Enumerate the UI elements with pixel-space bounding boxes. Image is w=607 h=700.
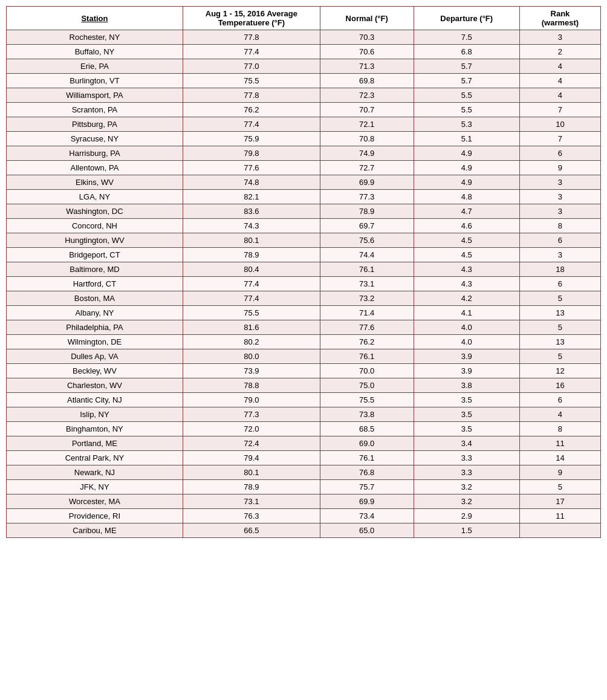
normal: 70.0 — [320, 364, 414, 378]
station-name: Hungtington, WV — [7, 233, 183, 248]
departure: 4.9 — [414, 175, 519, 190]
avg-temp: 80.4 — [183, 262, 320, 277]
avg-temp: 77.4 — [183, 117, 320, 132]
normal: 72.3 — [320, 88, 414, 103]
avg-temp: 78.9 — [183, 480, 320, 494]
normal: 76.8 — [320, 465, 414, 480]
station-name: Burlington, VT — [7, 74, 183, 88]
avg-temp: 79.0 — [183, 393, 320, 407]
departure: 1.5 — [414, 523, 519, 538]
avg-temp: 77.3 — [183, 407, 320, 422]
station-name: Scranton, PA — [7, 103, 183, 117]
normal: 75.5 — [320, 393, 414, 407]
departure: 5.5 — [414, 103, 519, 117]
station-name: Worcester, MA — [7, 494, 183, 509]
departure: 3.3 — [414, 465, 519, 480]
departure: 3.9 — [414, 364, 519, 378]
avg-temp: 82.1 — [183, 190, 320, 204]
station-name: Hartford, CT — [7, 277, 183, 291]
table-row: Allentown, PA77.672.74.99 — [7, 161, 601, 175]
station-name: Beckley, WV — [7, 364, 183, 378]
table-row: Atlantic City, NJ79.075.53.56 — [7, 393, 601, 407]
rank: 3 — [519, 190, 600, 204]
departure: 4.3 — [414, 262, 519, 277]
table-row: Islip, NY77.373.83.54 — [7, 407, 601, 422]
table-row: Bridgeport, CT78.974.44.53 — [7, 248, 601, 262]
table-row: Charleston, WV78.875.03.816 — [7, 378, 601, 393]
departure: 3.5 — [414, 407, 519, 422]
rank: 3 — [519, 248, 600, 262]
avg-temp: 77.6 — [183, 161, 320, 175]
table-row: Burlington, VT75.569.85.74 — [7, 74, 601, 88]
normal: 69.9 — [320, 175, 414, 190]
normal: 76.1 — [320, 349, 414, 364]
table-row: JFK, NY78.975.73.25 — [7, 480, 601, 494]
rank: 5 — [519, 349, 600, 364]
header-station: Station — [7, 7, 183, 30]
rank: 4 — [519, 407, 600, 422]
rank: 10 — [519, 117, 600, 132]
departure: 4.7 — [414, 204, 519, 219]
avg-temp: 76.3 — [183, 509, 320, 523]
rank: 17 — [519, 494, 600, 509]
avg-temp: 79.4 — [183, 451, 320, 465]
departure: 3.5 — [414, 422, 519, 436]
rank: 5 — [519, 291, 600, 306]
normal: 71.4 — [320, 306, 414, 320]
rank: 13 — [519, 335, 600, 349]
station-name: JFK, NY — [7, 480, 183, 494]
station-name: Washington, DC — [7, 204, 183, 219]
table-row: Newark, NJ80.176.83.39 — [7, 465, 601, 480]
avg-temp: 83.6 — [183, 204, 320, 219]
avg-temp: 73.1 — [183, 494, 320, 509]
departure: 5.7 — [414, 74, 519, 88]
rank: 11 — [519, 509, 600, 523]
normal: 71.3 — [320, 59, 414, 74]
table-header-row: Station Aug 1 - 15, 2016 AverageTemperat… — [7, 7, 601, 30]
station-name: Caribou, ME — [7, 523, 183, 538]
table-body: Rochester, NY77.870.37.53Buffalo, NY77.4… — [7, 30, 601, 538]
header-rank: Rank(warmest) — [519, 7, 600, 30]
station-name: Dulles Ap, VA — [7, 349, 183, 364]
avg-temp: 80.1 — [183, 233, 320, 248]
station-name: Harrisburg, PA — [7, 146, 183, 161]
normal: 73.8 — [320, 407, 414, 422]
rank: 7 — [519, 132, 600, 146]
station-name: Baltimore, MD — [7, 262, 183, 277]
station-name: Rochester, NY — [7, 30, 183, 45]
normal: 65.0 — [320, 523, 414, 538]
avg-temp: 72.4 — [183, 436, 320, 451]
normal: 70.7 — [320, 103, 414, 117]
rank: 8 — [519, 422, 600, 436]
departure: 3.4 — [414, 436, 519, 451]
departure: 4.2 — [414, 291, 519, 306]
weather-table: Station Aug 1 - 15, 2016 AverageTemperat… — [6, 6, 601, 538]
table-row: Williamsport, PA77.872.35.54 — [7, 88, 601, 103]
normal: 73.2 — [320, 291, 414, 306]
station-name: Binghamton, NY — [7, 422, 183, 436]
table-row: Wilmington, DE80.276.24.013 — [7, 335, 601, 349]
normal: 75.7 — [320, 480, 414, 494]
rank — [519, 523, 600, 538]
station-name: Boston, MA — [7, 291, 183, 306]
rank: 8 — [519, 219, 600, 233]
avg-temp: 77.4 — [183, 45, 320, 59]
rank: 3 — [519, 175, 600, 190]
departure: 4.1 — [414, 306, 519, 320]
header-departure: Departure (°F) — [414, 7, 519, 30]
rank: 7 — [519, 103, 600, 117]
rank: 2 — [519, 45, 600, 59]
rank: 4 — [519, 59, 600, 74]
table-row: Scranton, PA76.270.75.57 — [7, 103, 601, 117]
departure: 4.6 — [414, 219, 519, 233]
normal: 70.8 — [320, 132, 414, 146]
station-name: Albany, NY — [7, 306, 183, 320]
station-name: Concord, NH — [7, 219, 183, 233]
station-name: Providence, RI — [7, 509, 183, 523]
departure: 4.5 — [414, 233, 519, 248]
table-row: Dulles Ap, VA80.076.13.95 — [7, 349, 601, 364]
station-name: LGA, NY — [7, 190, 183, 204]
normal: 78.9 — [320, 204, 414, 219]
station-name: Philadelphia, PA — [7, 320, 183, 335]
table-row: Hartford, CT77.473.14.36 — [7, 277, 601, 291]
